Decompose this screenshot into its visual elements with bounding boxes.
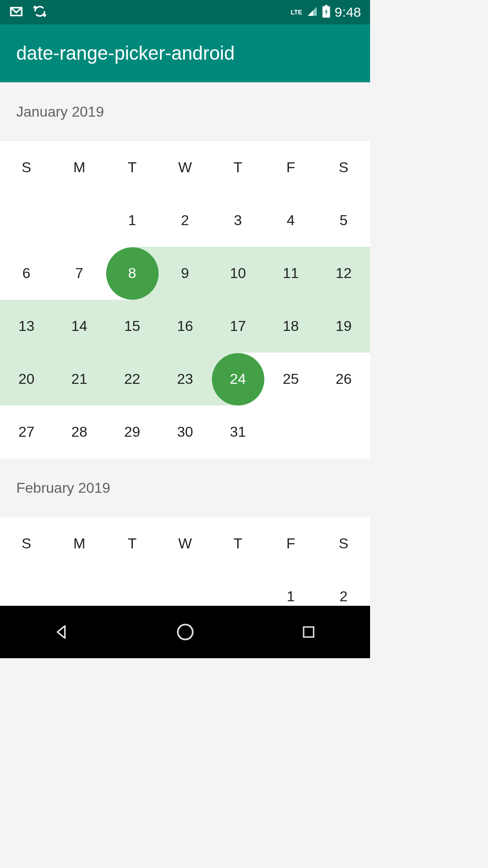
day-cell[interactable]: 19 — [317, 300, 370, 353]
day-number: 29 — [124, 424, 141, 440]
day-number: 16 — [177, 318, 193, 335]
day-number: 12 — [336, 265, 352, 282]
day-cell[interactable]: 10 — [211, 247, 264, 300]
day-cell[interactable]: 24 — [211, 353, 264, 406]
day-number: 28 — [71, 424, 88, 440]
weekday-cell: T — [106, 141, 159, 194]
day-number: 23 — [177, 371, 193, 387]
weekday-cell: S — [317, 517, 370, 570]
week-row: 13141516171819 — [0, 300, 370, 353]
day-cell-empty — [0, 194, 53, 247]
day-cell[interactable]: 16 — [159, 300, 211, 353]
weekday-row: SMTWTFS — [0, 517, 370, 570]
day-cell[interactable]: 6 — [0, 247, 53, 300]
weekday-cell: T — [106, 517, 159, 570]
day-cell[interactable]: 15 — [106, 300, 159, 353]
calendar-scroll[interactable]: January 2019SMTWTFS123456789101112131415… — [0, 82, 370, 623]
day-number: 11 — [283, 265, 299, 282]
day-cell[interactable]: 17 — [211, 300, 264, 353]
day-cell-empty — [264, 406, 317, 458]
svg-rect-4 — [303, 627, 313, 637]
day-cell[interactable]: 3 — [211, 194, 264, 247]
weekday-cell: F — [264, 141, 317, 194]
day-cell[interactable]: 26 — [317, 353, 370, 406]
day-cell[interactable]: 5 — [317, 194, 370, 247]
day-number: 25 — [283, 371, 299, 387]
day-cell[interactable]: 2 — [159, 194, 211, 247]
month-header: February 2019 — [0, 458, 370, 517]
day-cell[interactable]: 14 — [53, 300, 106, 353]
week-row: 6789101112 — [0, 247, 370, 300]
day-number: 22 — [124, 371, 141, 387]
status-bar: LTE 9:48 — [0, 0, 370, 24]
nav-recent-button[interactable] — [297, 621, 320, 643]
day-number: 19 — [336, 318, 352, 335]
signal-icon — [307, 6, 318, 19]
day-number: 5 — [340, 212, 348, 229]
month-title: January 2019 — [16, 104, 104, 120]
day-cell[interactable]: 8 — [106, 247, 159, 300]
day-number: 14 — [71, 318, 88, 335]
weekday-cell: W — [159, 141, 211, 194]
day-number: 21 — [71, 371, 88, 387]
day-cell[interactable]: 12 — [317, 247, 370, 300]
day-number: 2 — [181, 212, 189, 229]
day-cell[interactable]: 7 — [53, 247, 106, 300]
day-cell[interactable]: 22 — [106, 353, 159, 406]
app-bar: date-range-picker-android — [0, 24, 370, 82]
day-cell-empty — [53, 194, 106, 247]
nav-bar — [0, 606, 370, 658]
weekday-cell: T — [211, 517, 264, 570]
sync-icon — [33, 4, 47, 20]
day-number: 31 — [230, 424, 246, 440]
day-number: 20 — [19, 371, 35, 387]
day-number: 15 — [124, 318, 141, 335]
day-number: 13 — [19, 318, 35, 335]
day-number: 7 — [75, 265, 84, 282]
day-cell[interactable]: 13 — [0, 300, 53, 353]
day-cell[interactable]: 11 — [264, 247, 317, 300]
day-cell[interactable]: 29 — [106, 406, 159, 458]
nav-home-button[interactable] — [174, 621, 197, 643]
day-number: 6 — [23, 265, 31, 282]
weekday-row: SMTWTFS — [0, 141, 370, 194]
weekday-cell: S — [0, 141, 53, 194]
day-cell[interactable]: 21 — [53, 353, 106, 406]
day-number: 30 — [177, 424, 193, 440]
weekday-cell: M — [53, 141, 106, 194]
day-cell-empty — [317, 406, 370, 458]
weekday-cell: W — [159, 517, 211, 570]
day-cell[interactable]: 28 — [53, 406, 106, 458]
svg-rect-2 — [325, 5, 328, 7]
month-title: February 2019 — [16, 480, 110, 496]
status-left-icons — [9, 4, 47, 20]
month-header: January 2019 — [0, 82, 370, 141]
day-cell[interactable]: 23 — [159, 353, 211, 406]
gmail-icon — [9, 4, 23, 20]
day-cell[interactable]: 25 — [264, 353, 317, 406]
day-cell[interactable]: 31 — [211, 406, 264, 458]
day-cell[interactable]: 27 — [0, 406, 53, 458]
status-right-icons: LTE 9:48 — [291, 5, 361, 20]
week-row: 12345 — [0, 194, 370, 247]
weekday-cell: S — [0, 517, 53, 570]
weekday-cell: S — [317, 141, 370, 194]
battery-charging-icon — [322, 5, 330, 19]
day-cell[interactable]: 18 — [264, 300, 317, 353]
day-number: 26 — [336, 371, 352, 387]
app-title: date-range-picker-android — [16, 42, 235, 64]
weekday-cell: F — [264, 517, 317, 570]
day-cell[interactable]: 20 — [0, 353, 53, 406]
day-cell[interactable]: 9 — [159, 247, 211, 300]
day-cell[interactable]: 30 — [159, 406, 211, 458]
nav-back-button[interactable] — [51, 621, 73, 643]
weekday-cell: T — [211, 141, 264, 194]
clock-text: 9:48 — [335, 5, 361, 20]
day-number: 4 — [287, 212, 295, 229]
day-number: 2 — [340, 588, 348, 605]
day-cell[interactable]: 1 — [106, 194, 159, 247]
month-grid: SMTWTFS123456789101112131415161718192021… — [0, 141, 370, 458]
day-cell[interactable]: 4 — [264, 194, 317, 247]
day-number: 17 — [230, 318, 246, 335]
weekday-cell: M — [53, 517, 106, 570]
